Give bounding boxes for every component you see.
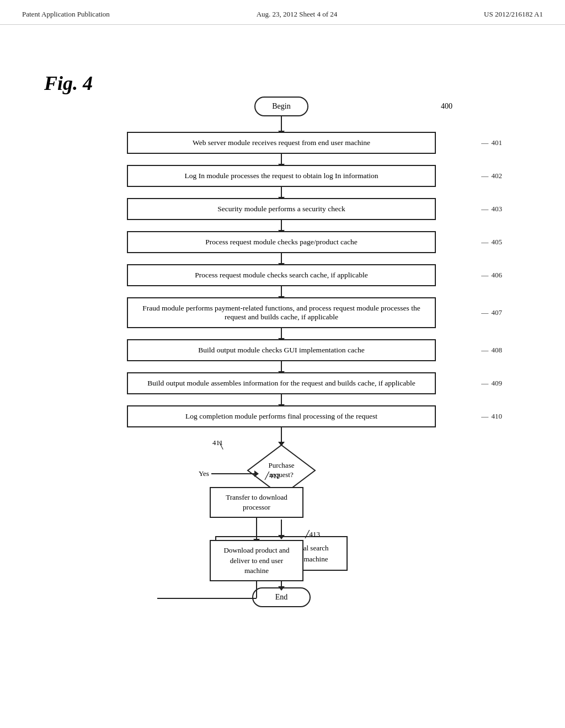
- ref-406: 406: [481, 271, 502, 280]
- begin-node: Begin: [254, 97, 308, 116]
- header-left: Patent Application Publication: [22, 10, 110, 19]
- node-410: Log completion module performs final pro…: [44, 405, 519, 427]
- header-middle: Aug. 23, 2012 Sheet 4 of 24: [257, 10, 338, 19]
- node-403: Security module performs a security chec…: [44, 198, 519, 220]
- node-407: Fraud module performs payment-related fu…: [44, 297, 519, 328]
- node-408: Build output module checks GUI implement…: [44, 339, 519, 361]
- node-413: Download product and deliver to end user…: [210, 540, 303, 581]
- ref-407: 407: [481, 308, 502, 317]
- node-406: Process request module checks search cac…: [44, 264, 519, 286]
- ref-409: 409: [481, 379, 502, 388]
- node-401: Web server module receives request from …: [44, 132, 519, 154]
- page-header: Patent Application Publication Aug. 23, …: [0, 0, 565, 25]
- ref-401: 401: [481, 138, 502, 147]
- node-405: Process request module checks page/produ…: [44, 231, 519, 253]
- ref-410: 410: [481, 412, 502, 421]
- ref-408: 408: [481, 346, 502, 355]
- yes-label: Yes: [199, 469, 209, 478]
- node-402: Log In module processes the request to o…: [44, 165, 519, 187]
- ref-403: 403: [481, 205, 502, 213]
- ref-400: 400: [441, 102, 452, 111]
- node-412: Transfer to download processor: [210, 487, 303, 518]
- ref-402: 402: [481, 172, 502, 180]
- diagram-area: Begin 400 Web server module receives req…: [44, 63, 519, 607]
- node-409: Build output module assembles informatio…: [44, 372, 519, 394]
- header-right: US 2012/216182 A1: [484, 10, 543, 19]
- flowchart: Begin 400 Web server module receives req…: [44, 97, 519, 607]
- ref-405: 405: [481, 238, 502, 247]
